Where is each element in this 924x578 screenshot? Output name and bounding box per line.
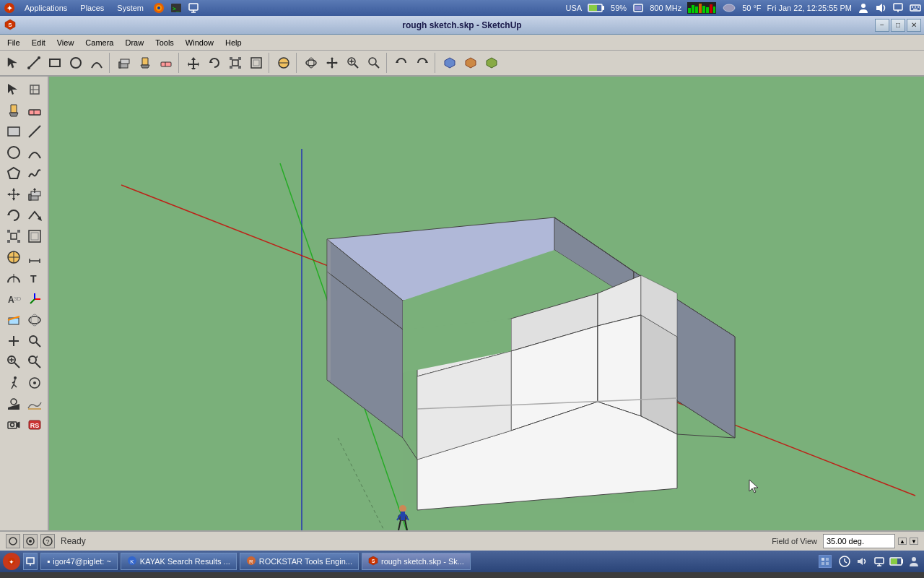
pan-tool-btn[interactable]	[322, 53, 342, 73]
get-models-btn[interactable]	[440, 53, 460, 73]
places-menu[interactable]: Places	[76, 3, 108, 13]
left-3dtext-btn[interactable]: A3D	[4, 289, 24, 309]
menu-help[interactable]: Help	[219, 37, 248, 48]
left-rotate-btn[interactable]	[4, 205, 24, 225]
tape-measure-tool-btn[interactable]	[274, 53, 294, 73]
start-button[interactable]: ✦	[3, 553, 20, 570]
left-followme-btn[interactable]	[25, 205, 45, 225]
rotate-tool-btn[interactable]	[204, 53, 225, 73]
menu-edit[interactable]: Edit	[26, 37, 51, 48]
applications-menu[interactable]: Applications	[20, 3, 71, 13]
battery-pct: 59%	[611, 4, 627, 12]
fov-up-btn[interactable]: ▲	[898, 538, 907, 545]
desktop-1-btn[interactable]	[819, 555, 832, 568]
menu-view[interactable]: View	[51, 37, 80, 48]
system-menu[interactable]: System	[113, 3, 148, 13]
left-scale-btn[interactable]	[4, 226, 24, 246]
left-eraser-btn[interactable]	[25, 100, 45, 121]
svg-rect-49	[232, 60, 238, 66]
select-tool-btn[interactable]	[3, 53, 23, 73]
left-line-btn[interactable]	[25, 121, 45, 142]
svg-text:>_: >_	[173, 6, 180, 12]
arc-tool-btn[interactable]	[87, 53, 107, 73]
left-walk-btn[interactable]	[4, 373, 24, 393]
left-rectangle-btn[interactable]	[4, 121, 24, 142]
svg-marker-84	[8, 168, 19, 178]
taskbar-terminal[interactable]: ▪ igor47@piglet: ~	[40, 553, 118, 570]
firefox-icon[interactable]	[152, 1, 165, 14]
taskbar-sketchup[interactable]: S rough sketch.skp - Sk...	[362, 553, 471, 570]
menu-file[interactable]: File	[1, 37, 26, 48]
eraser-tool-btn[interactable]	[156, 53, 176, 73]
left-offset-btn[interactable]	[25, 226, 45, 246]
left-lookaround-btn[interactable]	[25, 373, 45, 393]
left-orbit-btn[interactable]	[25, 310, 45, 330]
left-text-btn[interactable]: T	[25, 268, 45, 288]
paint-bucket-tool-btn[interactable]	[135, 53, 155, 73]
left-protractor-btn[interactable]	[4, 268, 24, 288]
svg-text:RS: RS	[30, 422, 39, 429]
share-model-btn[interactable]	[461, 53, 481, 73]
left-zoomwindow-btn[interactable]	[4, 352, 24, 372]
left-polygon-btn[interactable]	[4, 163, 24, 184]
menu-tools[interactable]: Tools	[149, 37, 180, 48]
move-tool-btn[interactable]	[183, 53, 204, 73]
menu-window[interactable]: Window	[180, 37, 219, 48]
svg-rect-29	[910, 5, 920, 11]
scale-tool-btn[interactable]	[225, 53, 245, 73]
fov-input[interactable]	[823, 534, 895, 548]
menu-draw[interactable]: Draw	[119, 37, 149, 48]
left-freehand-btn[interactable]	[25, 163, 45, 184]
left-zoom-btn[interactable]	[25, 331, 45, 351]
svg-point-25	[861, 4, 866, 8]
left-circle-btn[interactable]	[4, 142, 24, 163]
left-arc-btn[interactable]	[25, 142, 45, 163]
help-indicator[interactable]: ?	[40, 534, 55, 548]
volume-tray[interactable]	[855, 553, 869, 570]
left-paint-btn[interactable]	[4, 100, 24, 121]
terminal-icon[interactable]: >_	[170, 1, 183, 14]
left-pushpull-btn[interactable]	[25, 184, 45, 204]
taskbar-kayak[interactable]: K KAYAK Search Results ...	[121, 553, 237, 570]
left-component-btn[interactable]	[25, 79, 45, 100]
left-tapemeasure-btn[interactable]	[4, 247, 24, 267]
left-rs-icon-btn[interactable]: RS	[25, 415, 45, 435]
circle-tool-btn[interactable]	[66, 53, 86, 73]
status-icon-2[interactable]	[23, 534, 38, 548]
desktop-switcher[interactable]	[819, 555, 832, 568]
push-pull-tool-btn[interactable]	[114, 53, 134, 73]
maximize-button[interactable]: □	[891, 19, 905, 32]
undo-indicator[interactable]	[6, 534, 20, 548]
left-pan-btn[interactable]	[4, 331, 24, 351]
network-tray[interactable]	[872, 553, 886, 570]
fov-down-btn[interactable]: ▼	[910, 538, 918, 545]
left-move-btn[interactable]	[4, 184, 24, 204]
zoom-extents-tool-btn[interactable]	[364, 53, 384, 73]
left-dimension-btn[interactable]	[25, 247, 45, 267]
zoom-tool-btn[interactable]	[343, 53, 363, 73]
left-axes-btn[interactable]	[25, 289, 45, 309]
left-sandbox-btn[interactable]	[25, 394, 45, 414]
orbit-tool-btn[interactable]	[301, 53, 321, 73]
close-button[interactable]: ✕	[907, 19, 921, 32]
show-desktop-btn[interactable]	[23, 553, 38, 570]
rectangle-tool-btn[interactable]	[45, 53, 65, 73]
taskbar-rockstar[interactable]: R ROCKSTAR Tools Engin...	[240, 553, 359, 570]
left-advancedcamera-btn[interactable]	[4, 415, 24, 435]
next-view-btn[interactable]	[412, 53, 432, 73]
left-section-btn[interactable]	[4, 310, 24, 330]
svg-rect-7	[189, 4, 198, 10]
canvas-area[interactable]	[49, 77, 924, 530]
linux-icon: ✦	[3, 1, 16, 14]
offset-tool-btn[interactable]	[246, 53, 266, 73]
3d-warehouse-btn[interactable]	[481, 53, 502, 73]
user-tray[interactable]	[907, 553, 921, 570]
left-select-btn[interactable]	[4, 79, 24, 100]
left-zoomextents-btn[interactable]	[25, 352, 45, 372]
left-camera-btn[interactable]	[4, 394, 24, 414]
menu-camera[interactable]: Camera	[79, 37, 119, 48]
line-tool-btn[interactable]	[24, 53, 44, 73]
minimize-button[interactable]: −	[875, 19, 889, 32]
network-icon[interactable]	[187, 1, 200, 14]
previous-view-btn[interactable]	[391, 53, 411, 73]
